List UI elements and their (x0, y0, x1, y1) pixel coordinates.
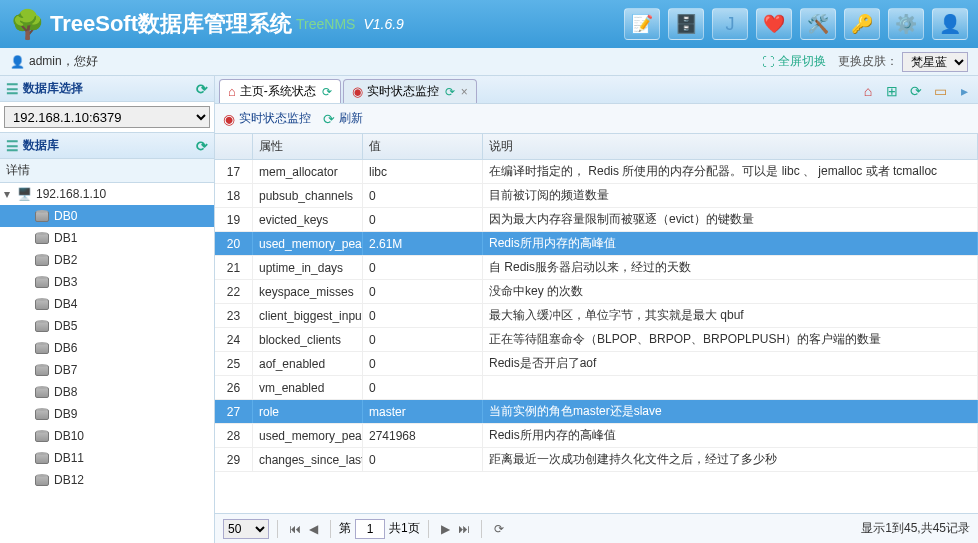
cell-prop: used_memory_peak (253, 424, 363, 447)
cell-prop: evicted_keys (253, 208, 363, 231)
user-icon[interactable]: 👤 (932, 8, 968, 40)
tree-db-item[interactable]: DB11 (0, 447, 214, 469)
cell-num: 21 (215, 256, 253, 279)
monitor-button[interactable]: ◉ 实时状态监控 (223, 110, 311, 127)
tree-db-item[interactable]: DB0 (0, 205, 214, 227)
db-icon (34, 429, 50, 443)
cell-num: 28 (215, 424, 253, 447)
cell-desc: 在编译时指定的， Redis 所使用的内存分配器。可以是 libc 、 jema… (483, 160, 978, 183)
next-page-icon[interactable]: ▶ (437, 520, 455, 538)
fullscreen-toggle[interactable]: 全屏切换 (778, 53, 826, 70)
header-toolbar: 📝 🗄️ J ❤️ 🛠️ 🔑 ⚙️ 👤 (624, 8, 968, 40)
table-row[interactable]: 29changes_since_last0距离最近一次成功创建持久化文件之后，经… (215, 448, 978, 472)
table-row[interactable]: 22keyspace_misses0没命中key 的次数 (215, 280, 978, 304)
table-row[interactable]: 28used_memory_peak2741968Redis所用内存的高峰值 (215, 424, 978, 448)
tree-db-item[interactable]: DB3 (0, 271, 214, 293)
fullscreen-icon[interactable]: ⛶ (762, 55, 774, 69)
tab-refresh-icon[interactable]: ⟳ (322, 85, 332, 99)
cell-prop: blocked_clients (253, 328, 363, 351)
refresh-button[interactable]: ⟳ 刷新 (323, 110, 363, 127)
home-button[interactable]: ⌂ (858, 82, 878, 100)
logo-tree-icon: 🌳 (10, 8, 45, 41)
settings-icon[interactable]: ⚙️ (888, 8, 924, 40)
cell-val: 0 (363, 448, 483, 471)
tools-icon[interactable]: 🛠️ (800, 8, 836, 40)
table-row[interactable]: 20used_memory_peak2.61MRedis所用内存的高峰值 (215, 232, 978, 256)
cell-num: 17 (215, 160, 253, 183)
layout-button[interactable]: ⊞ (882, 82, 902, 100)
cell-prop: pubsub_channels (253, 184, 363, 207)
skin-label: 更换皮肤： (838, 53, 898, 70)
cell-prop: uptime_in_days (253, 256, 363, 279)
user-avatar-icon: 👤 (10, 55, 25, 69)
cell-prop: vm_enabled (253, 376, 363, 399)
table-row[interactable]: 27rolemaster当前实例的角色master还是slave (215, 400, 978, 424)
cell-val: 0 (363, 256, 483, 279)
j-icon[interactable]: J (712, 8, 748, 40)
col-prop[interactable]: 属性 (253, 134, 363, 159)
pager: 50 ⏮ ◀ 第 共1页 ▶ ⏭ ⟳ 显示1到45,共45记录 (215, 513, 978, 543)
first-page-icon[interactable]: ⏮ (286, 520, 304, 538)
table-row[interactable]: 18pubsub_channels0目前被订阅的频道数量 (215, 184, 978, 208)
tree-db-item[interactable]: DB12 (0, 469, 214, 491)
tree-root[interactable]: ▾ 🖥️ 192.168.1.10 (0, 183, 214, 205)
refresh-icon[interactable]: ⟳ (196, 81, 208, 97)
col-num[interactable] (215, 134, 253, 159)
user-greeting: admin，您好 (29, 53, 98, 70)
grid-body: 17mem_allocatorlibc在编译时指定的， Redis 所使用的内存… (215, 160, 978, 513)
page-input[interactable] (355, 519, 385, 539)
db-select-title: 数据库选择 (23, 80, 83, 97)
home-icon: ⌂ (228, 84, 236, 99)
reload-icon[interactable]: ⟳ (490, 520, 508, 538)
collapse-icon[interactable]: ▾ (4, 187, 16, 201)
tree-db-item[interactable]: DB1 (0, 227, 214, 249)
key-icon[interactable]: 🔑 (844, 8, 880, 40)
tree-db-item[interactable]: DB4 (0, 293, 214, 315)
tree-db-item[interactable]: DB9 (0, 403, 214, 425)
heart-icon[interactable]: ❤️ (756, 8, 792, 40)
tab-home[interactable]: ⌂ 主页-系统状态 ⟳ (219, 79, 341, 103)
tree-db-item[interactable]: DB7 (0, 359, 214, 381)
tree-db-item[interactable]: DB5 (0, 315, 214, 337)
refresh-button[interactable]: ⟳ (906, 82, 926, 100)
table-row[interactable]: 25aof_enabled0Redis是否开启了aof (215, 352, 978, 376)
tree-db-item[interactable]: DB6 (0, 337, 214, 359)
server-select[interactable]: 192.168.1.10:6379 (4, 106, 210, 128)
close-icon[interactable]: × (461, 85, 468, 99)
tree-db-item[interactable]: DB2 (0, 249, 214, 271)
db-icon (34, 231, 50, 245)
table-row[interactable]: 21uptime_in_days0自 Redis服务器启动以来，经过的天数 (215, 256, 978, 280)
tree-db-item[interactable]: DB8 (0, 381, 214, 403)
table-row[interactable]: 17mem_allocatorlibc在编译时指定的， Redis 所使用的内存… (215, 160, 978, 184)
grid-header: 属性 值 说明 (215, 134, 978, 160)
last-page-icon[interactable]: ⏭ (455, 520, 473, 538)
list-icon: ☰ (6, 138, 19, 154)
db-tree: ▾ 🖥️ 192.168.1.10 DB0DB1DB2DB3DB4DB5DB6D… (0, 183, 214, 543)
skin-select[interactable]: 梵星蓝 (902, 52, 968, 72)
window-button[interactable]: ▭ (930, 82, 950, 100)
refresh-icon[interactable]: ⟳ (196, 138, 208, 154)
database-icon[interactable]: 🗄️ (668, 8, 704, 40)
menu-button[interactable]: ▸ (954, 82, 974, 100)
table-row[interactable]: 24blocked_clients0正在等待阻塞命令（BLPOP、BRPOP、B… (215, 328, 978, 352)
tree-db-item[interactable]: DB10 (0, 425, 214, 447)
table-row[interactable]: 23client_biggest_input0最大输入缓冲区，单位字节，其实就是… (215, 304, 978, 328)
tree-db-label: DB3 (54, 275, 77, 289)
tab-refresh-icon[interactable]: ⟳ (445, 85, 455, 99)
cell-num: 19 (215, 208, 253, 231)
cell-prop: keyspace_misses (253, 280, 363, 303)
cell-val: 0 (363, 328, 483, 351)
tree-db-label: DB12 (54, 473, 84, 487)
tab-monitor[interactable]: ◉ 实时状态监控 ⟳ × (343, 79, 477, 103)
page-size-select[interactable]: 50 (223, 519, 269, 539)
prev-page-icon[interactable]: ◀ (304, 520, 322, 538)
pager-info: 显示1到45,共45记录 (861, 520, 970, 537)
tree-db-label: DB6 (54, 341, 77, 355)
tree-db-label: DB8 (54, 385, 77, 399)
edit-icon[interactable]: 📝 (624, 8, 660, 40)
col-val[interactable]: 值 (363, 134, 483, 159)
table-row[interactable]: 19evicted_keys0因为最大内存容量限制而被驱逐（evict）的键数量 (215, 208, 978, 232)
tree-db-label: DB5 (54, 319, 77, 333)
table-row[interactable]: 26vm_enabled0 (215, 376, 978, 400)
col-desc[interactable]: 说明 (483, 134, 978, 159)
